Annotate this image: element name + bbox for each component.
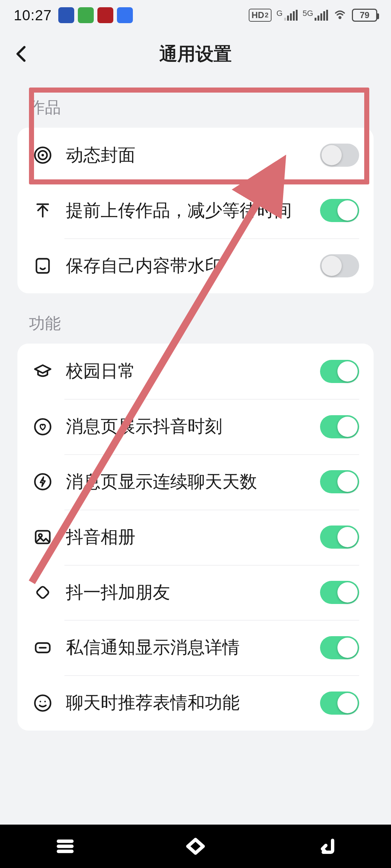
status-app-icon-4: [117, 7, 133, 23]
toggle-shake[interactable]: [320, 581, 359, 604]
battery-pct: 79: [360, 10, 370, 20]
toggle-streak[interactable]: [320, 470, 359, 493]
sysnav-back[interactable]: [261, 825, 391, 868]
toggle-preupload[interactable]: [320, 199, 359, 222]
heart-circle-icon: [32, 416, 54, 438]
row-dm-detail[interactable]: 私信通知显示消息详情: [17, 620, 374, 675]
row-emoji-suggest[interactable]: 聊天时推荐表情和功能: [17, 675, 374, 731]
row-label: 动态封面: [66, 144, 308, 167]
row-label: 提前上传作品，减少等待时间: [66, 199, 308, 222]
signal-bars-icon: [315, 10, 328, 21]
home-icon: [185, 836, 206, 856]
toggle-moments[interactable]: [320, 415, 359, 438]
hd-badge-sub: 2: [265, 9, 269, 21]
svg-rect-8: [36, 586, 50, 599]
row-label: 聊天时推荐表情和功能: [66, 691, 308, 715]
wifi-icon: [333, 9, 347, 22]
statusbar-left: 10:27: [14, 7, 133, 24]
section-card-features: 校园日常 消息页展示抖音时刻 消息页显示连续聊天天数 抖音相册: [17, 344, 374, 731]
system-nav-bar: [0, 825, 391, 868]
row-label: 私信通知显示消息详情: [66, 636, 308, 659]
svg-point-7: [39, 534, 42, 537]
signal-5g: 5G: [303, 10, 328, 21]
svg-rect-3: [37, 259, 49, 273]
row-label: 消息页显示连续聊天天数: [66, 470, 308, 494]
status-app-icons: [58, 7, 133, 23]
back-button[interactable]: [12, 45, 30, 63]
section-title-works: 作品: [0, 77, 391, 128]
bolt-circle-icon: [32, 471, 54, 493]
toggle-dm-detail[interactable]: [320, 636, 359, 659]
back-icon: [316, 836, 336, 856]
status-time: 10:27: [14, 7, 52, 24]
content-scroll[interactable]: 作品 动态封面 提前上传作品，减少等待时间 保存自己内容带水印 功能: [0, 77, 391, 803]
disc-icon: [32, 144, 54, 166]
section-title-features: 功能: [0, 293, 391, 344]
upload-icon: [32, 200, 54, 221]
sysnav-home[interactable]: [130, 825, 261, 868]
navbar: 通用设置: [0, 30, 391, 77]
toggle-dynamic-cover[interactable]: [320, 144, 359, 167]
message-icon: [32, 637, 54, 659]
row-dynamic-cover[interactable]: 动态封面: [17, 128, 374, 183]
page-title: 通用设置: [159, 42, 232, 66]
svg-point-11: [35, 695, 50, 711]
shake-icon: [32, 582, 54, 603]
save-icon: [32, 255, 54, 277]
chevron-left-icon: [12, 45, 30, 63]
graduation-cap-icon: [32, 361, 54, 382]
svg-point-4: [35, 419, 50, 434]
toggle-album[interactable]: [320, 526, 359, 549]
statusbar-right: HD2 G 5G 79: [249, 9, 377, 22]
row-album[interactable]: 抖音相册: [17, 510, 374, 565]
svg-point-5: [35, 474, 50, 490]
signal-5g-label: 5G: [303, 10, 313, 17]
signal-g: G: [277, 10, 298, 21]
emoji-icon: [32, 692, 54, 714]
toggle-emoji-suggest[interactable]: [320, 692, 359, 715]
statusbar: 10:27 HD2 G 5G 79: [0, 0, 391, 30]
hd-badge: HD2: [249, 9, 272, 22]
picture-icon: [32, 526, 54, 548]
status-app-icon-3: [97, 7, 113, 23]
row-preupload[interactable]: 提前上传作品，减少等待时间: [17, 183, 374, 238]
svg-point-2: [42, 154, 44, 157]
toggle-campus[interactable]: [320, 360, 359, 383]
row-campus[interactable]: 校园日常: [17, 344, 374, 399]
row-streak[interactable]: 消息页显示连续聊天天数: [17, 454, 374, 510]
signal-g-label: G: [277, 10, 283, 17]
row-label: 消息页展示抖音时刻: [66, 415, 308, 438]
row-moments[interactable]: 消息页展示抖音时刻: [17, 399, 374, 454]
recents-icon: [55, 836, 75, 856]
row-label: 校园日常: [66, 359, 308, 383]
svg-point-13: [44, 701, 46, 702]
row-label: 保存自己内容带水印: [66, 254, 308, 278]
row-label: 抖一抖加朋友: [66, 581, 308, 604]
section-card-works: 动态封面 提前上传作品，减少等待时间 保存自己内容带水印: [17, 128, 374, 293]
row-label: 抖音相册: [66, 526, 308, 549]
toggle-watermark[interactable]: [320, 254, 359, 277]
status-app-icon-1: [58, 7, 74, 23]
row-watermark[interactable]: 保存自己内容带水印: [17, 238, 374, 294]
signal-bars-icon: [284, 10, 298, 21]
svg-point-12: [39, 701, 41, 702]
hd-badge-text: HD: [252, 9, 264, 21]
status-app-icon-2: [78, 7, 94, 23]
sysnav-recents[interactable]: [0, 825, 130, 868]
battery: 79: [352, 9, 377, 22]
row-shake[interactable]: 抖一抖加朋友: [17, 565, 374, 620]
